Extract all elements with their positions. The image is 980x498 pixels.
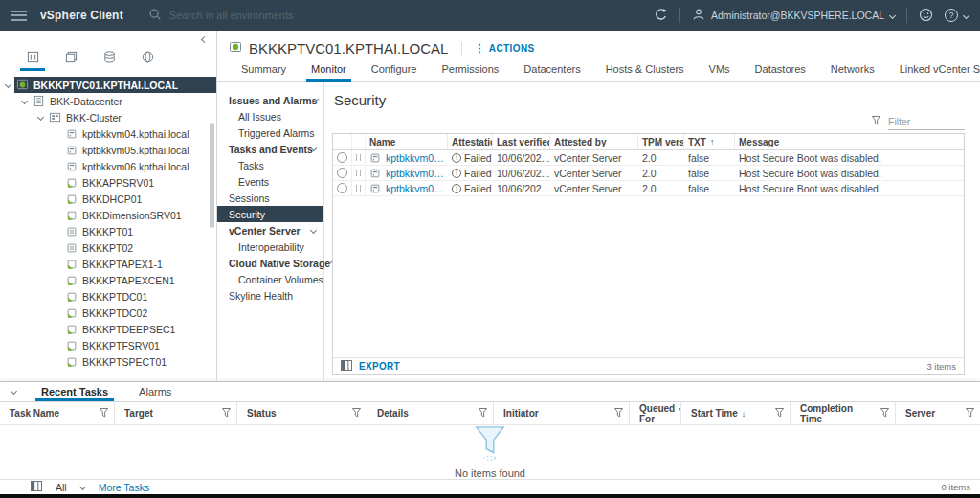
filter-icon[interactable]	[771, 408, 784, 419]
tree-item[interactable]: kptbkkvm06.kpthai.local	[0, 158, 216, 174]
tree-item[interactable]: BKKKPTSPECT01	[0, 353, 216, 370]
table-filter-input[interactable]	[888, 114, 965, 130]
filter-icon[interactable]	[348, 408, 361, 419]
monitor-nav-cloud-native-storage[interactable]: Cloud Native Storage	[217, 255, 323, 271]
tree-item[interactable]: BKKKPTDC01	[0, 288, 216, 305]
monitor-nav-tasks-and-events[interactable]: Tasks and Events	[217, 141, 323, 157]
tab-alarms[interactable]: Alarms	[123, 382, 187, 401]
chevron-down-icon[interactable]	[37, 114, 44, 121]
column-selector-icon[interactable]	[31, 481, 42, 493]
tree-item[interactable]: BKKDimensionSRV01	[0, 207, 216, 223]
more-tasks-link[interactable]: More Tasks	[99, 482, 150, 493]
tree-item[interactable]: kptbkkvm05.kpthai.local	[0, 142, 216, 158]
column-header[interactable]: Server	[896, 402, 980, 424]
tab-summary[interactable]: Summary	[229, 63, 299, 81]
monitor-nav-security[interactable]: Security	[217, 206, 323, 222]
refresh-icon[interactable]	[654, 8, 668, 24]
column-header[interactable]: Details	[368, 402, 494, 424]
radio-button[interactable]	[337, 183, 347, 193]
monitor-nav-interoperability[interactable]: Interoperability	[217, 238, 323, 255]
scrollbar-thumb[interactable]	[210, 123, 214, 228]
filter-icon[interactable]	[96, 408, 108, 419]
host-link[interactable]: kptbkkvm05.kpt...	[386, 168, 448, 179]
column-header[interactable]: Name	[366, 134, 448, 149]
column-header[interactable]: TXT↑	[684, 134, 735, 149]
tab-recent-tasks[interactable]: Recent Tasks	[26, 382, 123, 401]
column-header[interactable]: Completion Time	[791, 402, 896, 424]
monitor-nav-sessions[interactable]: Sessions	[217, 190, 323, 206]
monitor-nav-skyline-health[interactable]: Skyline Health	[217, 287, 323, 304]
radio-button[interactable]	[337, 152, 347, 163]
monitor-nav-events[interactable]: Events	[217, 173, 323, 190]
column-selector-icon[interactable]	[341, 360, 352, 373]
tab-vms-and-templates[interactable]	[52, 48, 90, 71]
tree-item[interactable]: BKKKPTFSRV01	[0, 337, 216, 353]
feedback-icon[interactable]	[919, 8, 933, 24]
tab-hosts-clusters[interactable]: Hosts & Clusters	[593, 63, 697, 81]
column-header[interactable]: Message	[735, 134, 964, 149]
tab-configure[interactable]: Configure	[359, 63, 430, 81]
tab-datastores[interactable]: Datastores	[743, 63, 818, 81]
filter-icon[interactable]	[218, 408, 231, 419]
hamburger-menu-icon[interactable]	[11, 11, 27, 21]
column-header[interactable]: Task Name	[0, 402, 115, 424]
export-button[interactable]: EXPORT	[359, 361, 400, 372]
filter-icon[interactable]	[475, 408, 487, 419]
monitor-nav-triggered-alarms[interactable]: Triggered Alarms	[217, 124, 323, 141]
task-scope-dropdown[interactable]: All	[56, 482, 85, 493]
tree-item[interactable]: BKKKPTAPEX1-1	[0, 256, 216, 272]
tab-hosts-and-clusters[interactable]	[13, 48, 52, 71]
tree-item[interactable]: BKK-Cluster	[0, 109, 216, 125]
tab-networks[interactable]: Networks	[818, 63, 887, 81]
column-header[interactable]: Target	[115, 402, 237, 424]
table-row[interactable]: kptbkkvm05.kpt...!Failed10/06/202...vCen…	[333, 166, 964, 181]
chevron-down-icon[interactable]	[21, 98, 28, 104]
column-header[interactable]: Last verified	[493, 134, 550, 149]
radio-button[interactable]	[337, 168, 347, 178]
tree-item[interactable]: BKKKPT01	[0, 223, 216, 239]
help-menu[interactable]: ?	[945, 9, 969, 22]
filter-icon[interactable]	[675, 408, 681, 419]
tree-item[interactable]: BKKDHCP01	[0, 191, 216, 207]
tree-item[interactable]: BKKKPTVC01.KPTHAI.LOCAL	[0, 77, 216, 93]
tree-item[interactable]: BKK-Datacenter	[0, 93, 216, 109]
tree-item[interactable]: BKKKPTDEEPSEC1	[0, 321, 216, 337]
filter-icon[interactable]	[611, 408, 623, 419]
host-link[interactable]: kptbkkvm06.kpt...	[386, 183, 448, 194]
expand-row-icon[interactable]	[356, 154, 361, 161]
global-search[interactable]	[148, 8, 397, 23]
monitor-nav-container-volumes[interactable]: Container Volumes	[217, 271, 323, 287]
column-header[interactable]: TPM version	[638, 134, 684, 149]
monitor-nav-issues-and-alarms[interactable]: Issues and Alarms	[217, 92, 323, 108]
filter-icon[interactable]	[872, 116, 880, 127]
search-input[interactable]	[169, 10, 380, 21]
monitor-nav-tasks[interactable]: Tasks	[217, 157, 323, 173]
column-header[interactable]: Queued For	[630, 402, 681, 424]
tab-datacenters[interactable]: Datacenters	[511, 63, 592, 81]
column-header[interactable]: Initiator	[494, 402, 630, 424]
expand-row-icon[interactable]	[356, 170, 361, 176]
actions-button[interactable]: ⋮ ACTIONS	[461, 42, 534, 55]
tree-item[interactable]: BKKKPTAPEXCEN1	[0, 272, 216, 288]
filter-icon[interactable]	[877, 408, 889, 419]
tab-permissions[interactable]: Permissions	[429, 63, 511, 81]
filter-icon[interactable]	[962, 408, 974, 419]
tree-item[interactable]: BKKKPTDC02	[0, 305, 216, 321]
table-row[interactable]: kptbkkvm04.kpt...!Failed10/06/202...vCen…	[333, 150, 964, 166]
tree-item[interactable]: kptbkkvm04.kpthai.local	[0, 125, 216, 142]
host-link[interactable]: kptbkkvm04.kpt...	[386, 152, 448, 164]
column-header[interactable]: Start Time↓	[681, 402, 791, 424]
collapse-panel-icon[interactable]	[11, 388, 17, 395]
collapse-sidebar-icon[interactable]	[201, 35, 208, 42]
tree-item[interactable]: BKKAPPSRV01	[0, 174, 216, 191]
tab-monitor[interactable]: Monitor	[299, 63, 359, 81]
tab-vms[interactable]: VMs	[697, 63, 743, 81]
tree-item[interactable]: BKKKPT02	[0, 239, 216, 256]
column-header[interactable]: Attested by	[550, 134, 638, 149]
column-header[interactable]: Attestation	[448, 134, 493, 149]
column-header[interactable]: Status	[237, 402, 368, 424]
tab-storage[interactable]	[90, 48, 128, 71]
monitor-nav-vcenter-server[interactable]: vCenter Server	[217, 222, 323, 238]
chevron-down-icon[interactable]	[5, 81, 11, 88]
tab-networking[interactable]	[128, 48, 167, 71]
